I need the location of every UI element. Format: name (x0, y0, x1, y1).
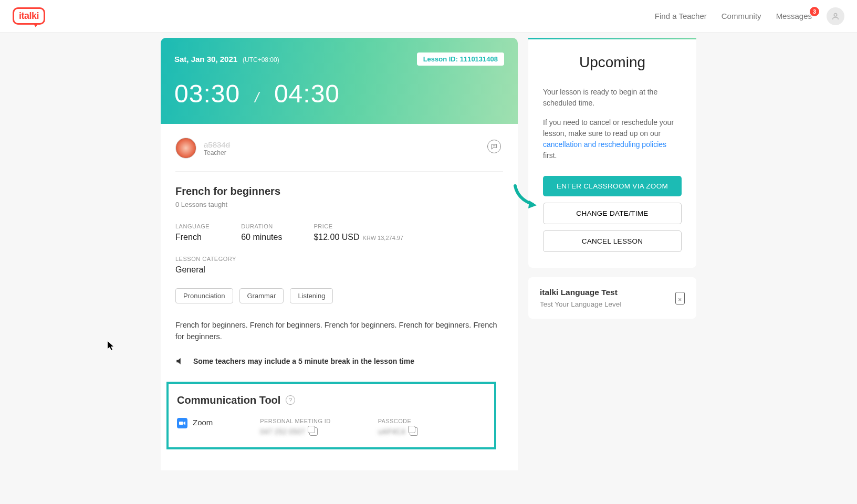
page-body: Sat, Jan 30, 2021 (UTC+08:00) Lesson ID:… (0, 33, 857, 504)
svg-rect-2 (179, 422, 183, 425)
side-column: Upcoming Your lesson is ready to begin a… (528, 38, 696, 504)
upcoming-title: Upcoming (543, 54, 682, 71)
course-description: French for beginners. French for beginne… (175, 319, 503, 343)
help-icon[interactable]: ? (286, 395, 295, 405)
teacher-row: a5834d Teacher (175, 138, 503, 172)
policies-link[interactable]: cancellation and rescheduling policies (543, 140, 666, 149)
lesson-date: Sat, Jan 30, 2021 (174, 55, 237, 64)
tag[interactable]: Listening (290, 288, 333, 303)
upcoming-text-2: If you need to cancel or reschedule your… (543, 117, 682, 161)
comm-title: Communication Tool (177, 394, 280, 406)
course-subtitle: 0 Lessons taught (175, 201, 503, 208)
user-icon (831, 12, 840, 20)
meta-duration: DURATION 60 minutes (241, 223, 282, 242)
meta-language: LANGUAGE French (175, 223, 210, 242)
lesson-timezone: (UTC+08:00) (243, 56, 279, 64)
time-separator: / (255, 89, 259, 106)
enter-classroom-button[interactable]: ENTER CLASSROOM VIA ZOOM (543, 176, 682, 196)
chat-button[interactable] (487, 140, 501, 153)
teacher-name: a5834d (204, 140, 230, 149)
zoom-icon (177, 418, 187, 428)
svg-marker-4 (528, 201, 537, 208)
lesson-id-chip: Lesson ID: 1110131408 (417, 52, 504, 66)
chat-icon (490, 143, 498, 150)
tag[interactable]: Grammar (239, 288, 284, 303)
nav-find-teacher[interactable]: Find a Teacher (655, 12, 707, 20)
teacher-avatar[interactable] (175, 138, 196, 159)
cancel-lesson-button[interactable]: CANCEL LESSON (543, 230, 682, 252)
change-date-button[interactable]: CHANGE DATE/TIME (543, 203, 682, 224)
nav-messages[interactable]: Messages 3 (776, 12, 812, 20)
teacher-role: Teacher (204, 149, 230, 156)
cursor-icon (108, 341, 115, 353)
comm-meeting-id: PERSONAL MEETING ID 047 252 0507 (260, 418, 330, 436)
lesson-end-time: 04:30 (274, 79, 340, 108)
certificate-icon: ✕ (675, 292, 685, 304)
course-title: French for beginners (175, 185, 503, 197)
logo[interactable]: italki (13, 7, 45, 25)
upcoming-card: Upcoming Your lesson is ready to begin a… (528, 38, 696, 268)
meta-price: PRICE $12.00 USDKRW 13,274.97 (313, 223, 403, 242)
lesson-details-card: a5834d Teacher French for beginners 0 Le… (161, 124, 518, 470)
copy-icon[interactable] (309, 427, 318, 436)
svg-point-0 (834, 13, 837, 16)
user-avatar-menu[interactable] (827, 7, 844, 25)
megaphone-icon (175, 356, 185, 366)
messages-badge: 3 (810, 7, 819, 16)
communication-tool-box: Communication Tool ? Zoom PERSONAL MEETI… (166, 382, 496, 449)
nav-links: Find a Teacher Community Messages 3 (655, 7, 844, 25)
copy-icon[interactable] (410, 427, 418, 436)
course-tags: Pronunciation Grammar Listening (175, 288, 503, 303)
meta-category: LESSON CATEGORY General (175, 256, 503, 275)
top-nav: italki Find a Teacher Community Messages… (0, 0, 857, 33)
tag[interactable]: Pronunciation (175, 288, 233, 303)
lesson-time-range: 03:30 / 04:30 (174, 79, 504, 108)
break-note: Some teachers may include a 5 minute bre… (175, 356, 503, 366)
upcoming-text-1: Your lesson is ready to begin at the sch… (543, 87, 682, 109)
promo-title: italki Language Test (540, 288, 621, 297)
comm-tool-name: Zoom (177, 418, 213, 436)
logo-text: italki (19, 10, 39, 21)
main-column: Sat, Jan 30, 2021 (UTC+08:00) Lesson ID:… (161, 38, 518, 504)
lesson-start-time: 03:30 (174, 79, 240, 108)
lesson-hero: Sat, Jan 30, 2021 (UTC+08:00) Lesson ID:… (161, 38, 518, 124)
language-test-promo[interactable]: italki Language Test Test Your Language … (528, 277, 696, 319)
promo-subtitle: Test Your Language Level (540, 300, 621, 308)
nav-community[interactable]: Community (722, 12, 761, 20)
svg-marker-3 (184, 421, 186, 425)
comm-passcode: PASSCODE uAP4C4 (378, 418, 418, 436)
